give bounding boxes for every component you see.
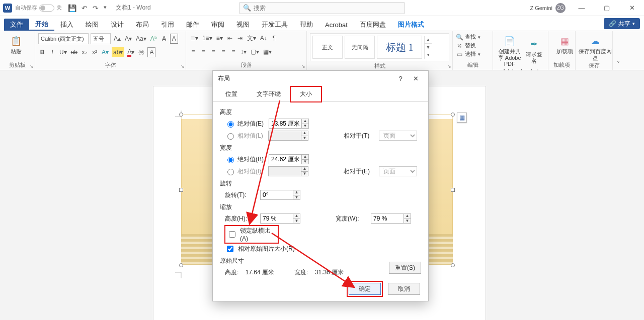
- spin-down-icon[interactable]: ▼: [302, 124, 309, 129]
- tab-home[interactable]: 开始: [29, 19, 54, 31]
- superscript-icon[interactable]: x²: [91, 47, 99, 57]
- multilevel-icon[interactable]: ≡▾: [215, 33, 224, 43]
- qat-more-icon[interactable]: ▾: [104, 5, 107, 12]
- handle-ne[interactable]: [451, 113, 455, 117]
- italic-icon[interactable]: I: [48, 47, 56, 57]
- text-effects-icon[interactable]: A▾: [101, 47, 110, 57]
- char-shade-icon[interactable]: A: [147, 47, 155, 57]
- select-button[interactable]: ▭选择▾: [456, 50, 490, 58]
- tab-layout[interactable]: 布局: [130, 19, 155, 31]
- handle-w[interactable]: [179, 188, 183, 192]
- phonetic-icon[interactable]: Aᵇ: [149, 34, 158, 44]
- account[interactable]: Z Gemini ZG: [530, 3, 566, 13]
- spin-up-icon[interactable]: ▲: [293, 190, 300, 195]
- dialog-close-button[interactable]: ✕: [408, 72, 423, 85]
- spin-down-icon[interactable]: ▼: [302, 159, 309, 164]
- gallery-scroll[interactable]: ▲ ▼ ▾: [424, 36, 432, 59]
- spin-down-icon[interactable]: ▼: [293, 219, 300, 224]
- spin-up-icon[interactable]: ▲: [404, 214, 411, 219]
- search-input[interactable]: [239, 2, 405, 14]
- autosave-toggle[interactable]: [39, 5, 54, 12]
- scale-w-input[interactable]: ▲▼: [371, 214, 411, 224]
- lock-aspect-input[interactable]: [229, 231, 235, 238]
- show-marks-icon[interactable]: ¶: [270, 33, 278, 43]
- scale-h-input[interactable]: ▲▼: [260, 214, 300, 224]
- clipboard-launcher-icon[interactable]: ↘: [30, 64, 34, 69]
- spin-up-icon[interactable]: ▲: [293, 214, 300, 219]
- handle-e[interactable]: [451, 188, 455, 192]
- tab-draw[interactable]: 绘图: [79, 19, 105, 31]
- redo-icon[interactable]: ↷: [93, 5, 99, 12]
- borders-icon[interactable]: ▦▾: [262, 47, 273, 57]
- width-abs-field[interactable]: [269, 154, 302, 164]
- maximize-button[interactable]: ▢: [598, 2, 616, 15]
- share-button[interactable]: 🔗 共享 ▾: [604, 18, 640, 29]
- tab-design[interactable]: 设计: [105, 19, 130, 31]
- tab-acrobat[interactable]: Acrobat: [319, 19, 354, 31]
- width-abs-radio[interactable]: 绝对值(B): [225, 155, 264, 164]
- tab-developer[interactable]: 开发工具: [256, 19, 294, 31]
- grow-font-icon[interactable]: A▴: [113, 34, 122, 44]
- addins-button[interactable]: ▦ 加载项: [551, 33, 578, 55]
- tab-help[interactable]: 帮助: [294, 19, 319, 31]
- border-char-icon[interactable]: A: [170, 34, 178, 44]
- underline-icon[interactable]: U▾: [58, 47, 68, 57]
- bold-icon[interactable]: B: [38, 47, 46, 57]
- tab-references[interactable]: 引用: [155, 19, 180, 31]
- tab-view[interactable]: 视图: [230, 19, 256, 31]
- width-abs-input[interactable]: ▲▼: [269, 154, 309, 164]
- style-heading1[interactable]: 标题 1: [377, 36, 422, 59]
- numbering-icon[interactable]: 1≡▾: [201, 33, 213, 43]
- bullets-icon[interactable]: ≣▾: [189, 33, 199, 43]
- ok-button[interactable]: 确定: [349, 283, 381, 295]
- rotate-input[interactable]: ▲▼: [260, 190, 300, 200]
- inc-indent-icon[interactable]: ⇥: [236, 33, 244, 43]
- dialog-tab-wrap[interactable]: 文字环绕: [247, 86, 290, 102]
- spin-down-icon[interactable]: ▼: [404, 219, 411, 224]
- dialog-tab-size[interactable]: 大小: [290, 86, 321, 102]
- style-normal[interactable]: 正文: [312, 36, 343, 59]
- paragraph-launcher-icon[interactable]: ↘: [301, 64, 305, 69]
- handle-nw[interactable]: [179, 113, 183, 117]
- shading-icon[interactable]: ▢▾: [250, 47, 260, 57]
- close-button[interactable]: ✕: [623, 2, 641, 15]
- relative-original-checkbox[interactable]: 相对原始图片大小(R): [225, 244, 421, 254]
- relative-original-input[interactable]: [227, 246, 233, 252]
- distribute-icon[interactable]: ≡: [229, 47, 237, 57]
- enclose-icon[interactable]: ㊥: [137, 47, 145, 57]
- align-left-icon[interactable]: ≡: [189, 47, 197, 57]
- cancel-button[interactable]: 取消: [388, 283, 420, 295]
- align-right-icon[interactable]: ≡: [209, 47, 217, 57]
- height-abs-field[interactable]: [269, 119, 302, 129]
- font-color-icon[interactable]: A▾: [126, 47, 135, 57]
- tab-file[interactable]: 文件: [4, 19, 29, 31]
- baidu-save-button[interactable]: ☁ 保存到百度网盘: [579, 33, 612, 61]
- acrobat-sign-button[interactable]: ✒ 请求签名: [523, 33, 545, 67]
- clear-format-icon[interactable]: A̶: [160, 34, 168, 44]
- tab-insert[interactable]: 插入: [54, 19, 79, 31]
- find-button[interactable]: 🔍查找▾: [456, 33, 490, 41]
- spin-up-icon[interactable]: ▲: [302, 119, 309, 124]
- collapse-ribbon-icon[interactable]: ˅: [613, 31, 624, 70]
- tab-mailings[interactable]: 邮件: [180, 19, 205, 31]
- height-rel-radio[interactable]: 相对值(L): [225, 132, 263, 140]
- gallery-more-icon[interactable]: ▾: [425, 51, 432, 59]
- highlight-icon[interactable]: ab▾: [112, 47, 124, 57]
- autosave[interactable]: 自动保存 关: [15, 4, 62, 12]
- lock-aspect-checkbox[interactable]: 锁定纵横比(A): [225, 226, 278, 243]
- paste-button[interactable]: 📋 粘贴: [3, 33, 29, 55]
- font-launcher-icon[interactable]: ↘: [181, 64, 185, 69]
- width-rel-radio[interactable]: 相对值(I): [225, 167, 263, 176]
- dialog-help-button[interactable]: ?: [393, 72, 408, 85]
- spin-up-icon[interactable]: ▲: [302, 154, 309, 159]
- font-name-combo[interactable]: Calibri (西文正文): [38, 33, 89, 44]
- reset-button[interactable]: 重置(S): [389, 262, 421, 274]
- subscript-icon[interactable]: x₂: [80, 47, 89, 57]
- styles-launcher-icon[interactable]: ↘: [447, 64, 451, 69]
- sort-icon[interactable]: A↓: [259, 33, 268, 43]
- scale-h-field[interactable]: [260, 214, 293, 224]
- justify-icon[interactable]: ≡: [219, 47, 227, 57]
- height-abs-input[interactable]: ▲▼: [269, 119, 309, 129]
- replace-button[interactable]: ⤭替换: [456, 42, 490, 49]
- dialog-tab-position[interactable]: 位置: [216, 86, 247, 102]
